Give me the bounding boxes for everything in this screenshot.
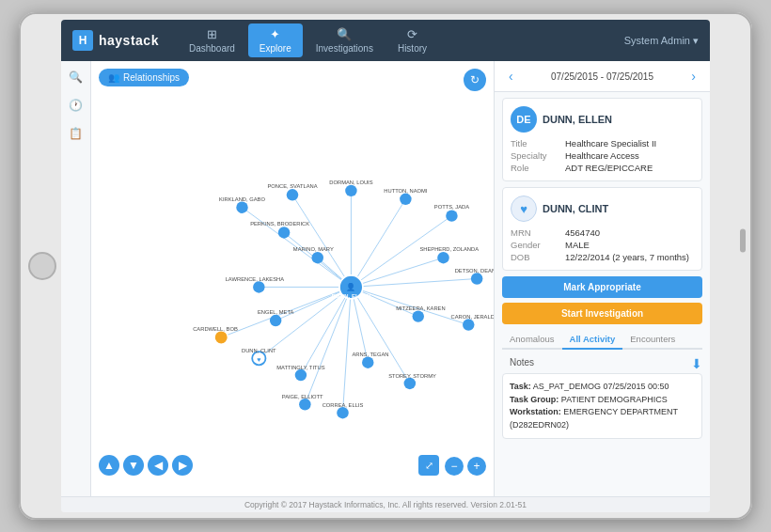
tablet-frame: H haystack ⊞ Dashboard ✦ Explore 🔍 Inves… bbox=[19, 12, 752, 520]
svg-line-7 bbox=[351, 258, 443, 287]
svg-point-23 bbox=[287, 189, 298, 200]
tab-anomalous[interactable]: Anomalous bbox=[502, 330, 562, 350]
svg-text:ARNS, TEGAN: ARNS, TEGAN bbox=[352, 352, 388, 357]
sidebar-clock-icon[interactable]: 🕐 bbox=[66, 95, 87, 116]
provider-detail-specialty: Specialty Healthcare Access bbox=[511, 150, 694, 161]
svg-text:PAIGE, ELLIOTT: PAIGE, ELLIOTT bbox=[282, 394, 323, 399]
role-value: ADT REG/EPICCARE bbox=[565, 163, 653, 173]
date-range-label: 07/25/2015 - 07/25/2015 bbox=[551, 71, 653, 82]
sidebar-notes-icon[interactable]: 📋 bbox=[66, 123, 87, 144]
left-sidebar: 🔍 🕐 📋 bbox=[61, 61, 91, 496]
graph-refresh-button[interactable]: ↻ bbox=[464, 69, 486, 91]
svg-text:LAWRENCE, LAKESHA: LAWRENCE, LAKESHA bbox=[226, 276, 285, 282]
gender-label: Gender bbox=[511, 240, 559, 250]
graph-controls-left: ▲ ▼ ◀ ▶ bbox=[99, 455, 193, 476]
svg-text:👤: 👤 bbox=[346, 282, 356, 291]
footer: Copyright © 2017 Haystack Informatics, I… bbox=[61, 496, 710, 512]
svg-point-25 bbox=[278, 227, 290, 238]
mrn-label: MRN bbox=[511, 227, 559, 238]
nav-explore-label: Explore bbox=[260, 43, 291, 54]
date-next-button[interactable]: › bbox=[686, 67, 700, 86]
footer-text: Copyright © 2017 Haystack Informatics, I… bbox=[244, 500, 527, 509]
svg-text:STOREY, STORMY: STOREY, STORMY bbox=[388, 373, 436, 379]
right-panel: ‹ 07/25/2015 - 07/25/2015 › DE DUNN, ELL… bbox=[494, 61, 710, 496]
home-button[interactable] bbox=[28, 252, 56, 280]
svg-text:SHEPHERD, ZOLANDA: SHEPHERD, ZOLANDA bbox=[419, 246, 479, 252]
patient-header: ♥ DUNN, CLINT bbox=[511, 196, 694, 222]
download-icon[interactable]: ⬇ bbox=[691, 356, 702, 371]
nav-history-label: History bbox=[398, 43, 427, 54]
svg-text:DUNN, CLINT: DUNN, CLINT bbox=[242, 348, 276, 353]
action-buttons: Mark Appropriate Start Investigation bbox=[502, 276, 702, 324]
dob-label: DOB bbox=[511, 252, 559, 262]
svg-text:DUNN, ELLEN: DUNN, ELLEN bbox=[331, 292, 370, 299]
svg-point-22 bbox=[236, 201, 247, 212]
sidebar-search-icon[interactable]: 🔍 bbox=[66, 67, 87, 87]
provider-card: DE DUNN, ELLEN Title Healthcare Speciali… bbox=[502, 98, 702, 181]
svg-text:POTTS, JADA: POTTS, JADA bbox=[434, 204, 469, 210]
dashboard-icon: ⊞ bbox=[207, 27, 217, 41]
svg-point-24 bbox=[345, 185, 356, 196]
start-investigation-button[interactable]: Start Investigation bbox=[502, 303, 702, 324]
patient-details: MRN 4564740 Gender MALE DOB 12/22/2014 (… bbox=[511, 227, 694, 262]
svg-point-32 bbox=[270, 315, 281, 326]
zoom-in-button[interactable]: + bbox=[467, 457, 486, 476]
nav-items: ⊞ Dashboard ✦ Explore 🔍 Investigations ⟳… bbox=[178, 23, 624, 57]
svg-text:♥: ♥ bbox=[257, 356, 260, 364]
nav-history[interactable]: ⟳ History bbox=[386, 23, 438, 57]
svg-text:CARON, JERALD: CARON, JERALD bbox=[451, 314, 494, 320]
tab-all-activity[interactable]: All Activity bbox=[562, 330, 623, 350]
nav-explore[interactable]: ✦ Explore bbox=[248, 23, 303, 57]
task-group-value: PATIENT DEMOGRAPHICS bbox=[561, 395, 668, 404]
svg-point-37 bbox=[463, 319, 474, 330]
specialty-label: Specialty bbox=[511, 150, 559, 161]
svg-text:MITZEERA, KAREN: MITZEERA, KAREN bbox=[396, 305, 445, 311]
pan-down-button[interactable]: ▼ bbox=[123, 455, 144, 476]
svg-text:CARDWELL, BOB: CARDWELL, BOB bbox=[193, 326, 238, 332]
svg-point-28 bbox=[312, 252, 323, 263]
provider-avatar: DE bbox=[511, 106, 537, 133]
svg-text:PERKINS, BRODERICK: PERKINS, BRODERICK bbox=[250, 221, 309, 227]
mark-appropriate-button[interactable]: Mark Appropriate bbox=[502, 276, 702, 298]
network-graph: 👤 ♥ bbox=[91, 61, 494, 496]
svg-point-38 bbox=[295, 369, 307, 381]
task-name: AS_PAT_DEMOG bbox=[533, 382, 601, 391]
svg-point-30 bbox=[471, 273, 482, 284]
task-datetime: 07/25/2015 00:50 bbox=[604, 382, 669, 391]
svg-point-26 bbox=[400, 194, 411, 205]
svg-line-18 bbox=[351, 287, 409, 383]
user-menu[interactable]: System Admin ▾ bbox=[624, 35, 699, 47]
pan-left-button[interactable]: ◀ bbox=[148, 455, 168, 476]
pan-up-button[interactable]: ▲ bbox=[99, 455, 119, 476]
nav-dashboard[interactable]: ⊞ Dashboard bbox=[178, 23, 246, 57]
svg-text:DORMAN, LOUIS: DORMAN, LOUIS bbox=[329, 180, 372, 185]
expand-button[interactable]: ⤢ bbox=[418, 455, 439, 476]
activity-card: Task: AS_PAT_DEMOG 07/25/2015 00:50 Task… bbox=[502, 373, 702, 439]
title-value: Healthcare Specialist II bbox=[565, 138, 656, 149]
graph-controls-right: − + bbox=[445, 457, 486, 476]
pan-right-button[interactable]: ▶ bbox=[172, 455, 193, 476]
svg-text:DETSON, DEANGELO: DETSON, DEANGELO bbox=[455, 268, 494, 274]
date-prev-button[interactable]: ‹ bbox=[504, 67, 518, 86]
nav-investigations[interactable]: 🔍 Investigations bbox=[305, 23, 385, 57]
patient-mrn: MRN 4564740 bbox=[511, 227, 694, 238]
relationships-button[interactable]: 👥 Relationships bbox=[99, 69, 189, 86]
provider-details: Title Healthcare Specialist II Specialty… bbox=[511, 138, 694, 173]
svg-point-29 bbox=[437, 252, 448, 263]
zoom-out-button[interactable]: − bbox=[445, 457, 464, 476]
logo-icon: H bbox=[72, 30, 93, 51]
logo-text: haystack bbox=[99, 33, 159, 48]
svg-text:HUTTON, NAOMI: HUTTON, NAOMI bbox=[384, 188, 428, 194]
svg-line-1 bbox=[292, 195, 351, 287]
patient-dob: DOB 12/22/2014 (2 years, 7 months) bbox=[511, 252, 694, 262]
logo-area: H haystack bbox=[72, 30, 159, 51]
side-button[interactable] bbox=[740, 229, 746, 253]
svg-point-41 bbox=[404, 378, 416, 389]
investigations-icon: 🔍 bbox=[337, 27, 352, 41]
screen: H haystack ⊞ Dashboard ✦ Explore 🔍 Inves… bbox=[61, 20, 710, 512]
svg-line-15 bbox=[301, 287, 351, 375]
svg-point-36 bbox=[413, 310, 424, 321]
gender-value: MALE bbox=[565, 240, 590, 250]
svg-line-8 bbox=[351, 279, 477, 288]
tab-encounters[interactable]: Encounters bbox=[622, 330, 683, 350]
